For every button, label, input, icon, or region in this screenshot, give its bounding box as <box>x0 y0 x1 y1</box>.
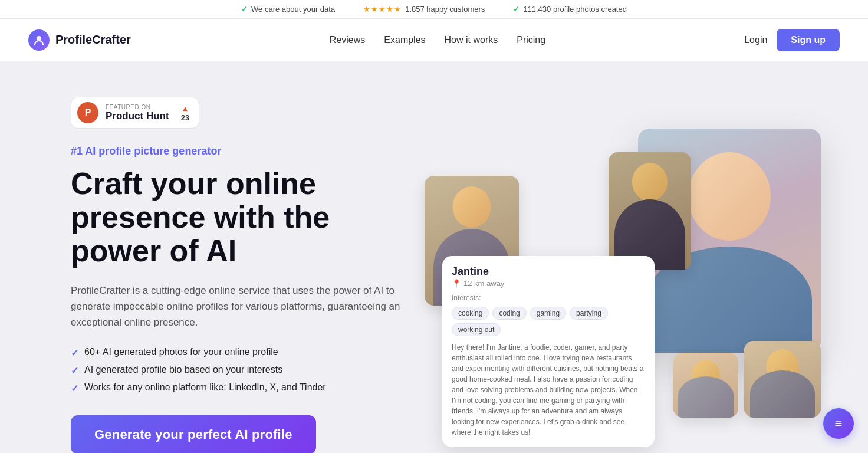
tags-container: cooking coding gaming partying working o… <box>452 307 645 336</box>
logo-text: ProfileCrafter <box>55 33 131 47</box>
tag-coding: coding <box>492 307 526 320</box>
feature-text-2: AI generated profile bio based on your i… <box>84 365 282 375</box>
navbar: ProfileCrafter Reviews Examples How it w… <box>0 19 868 61</box>
nav-actions: Login Sign up <box>744 29 840 51</box>
banner-data-text: We care about your data <box>251 5 335 14</box>
check-icon: ✓ <box>241 5 248 14</box>
ph-name: Product Hunt <box>106 110 169 122</box>
banner-item-customers: ★★★★★ 1.857 happy customers <box>363 5 485 14</box>
small-photo-3 <box>744 341 821 418</box>
ph-arrow-icon: ▲ <box>181 104 189 113</box>
profile-card-header: Jantine 📍 12 km away <box>452 265 645 288</box>
nav-how-it-works[interactable]: How it works <box>445 35 498 45</box>
product-hunt-icon: P <box>77 102 98 123</box>
feature-item-3: ✓ Works for any online platform like: Li… <box>71 382 401 394</box>
profile-name: Jantine <box>452 265 645 278</box>
cta-button[interactable]: Generate your perfect AI profile <box>71 415 316 453</box>
small-photo-4 <box>673 353 738 418</box>
tag-cooking: cooking <box>452 307 489 320</box>
location-pin-icon: 📍 <box>452 279 461 288</box>
interests-label: Interests: <box>452 294 645 302</box>
profile-card: Jantine 📍 12 km away Interests: cooking … <box>442 256 655 447</box>
feature-text-1: 60+ AI generated photos for your online … <box>84 347 278 357</box>
check-icon-feat3: ✓ <box>71 383 78 394</box>
check-icon-feat2: ✓ <box>71 365 78 376</box>
check-icon-2: ✓ <box>513 5 520 14</box>
tag-working-out: working out <box>452 323 501 336</box>
banner-stars: ★★★★★ <box>363 5 402 14</box>
chat-icon: ≡ <box>835 416 843 431</box>
nav-links: Reviews Examples How it works Pricing <box>330 35 545 45</box>
check-icon-feat1: ✓ <box>71 347 78 359</box>
hero-left: P FEATURED ON Product Hunt ▲ 23 #1 AI pr… <box>71 97 401 453</box>
logo[interactable]: ProfileCrafter <box>28 29 131 51</box>
nav-reviews[interactable]: Reviews <box>330 35 365 45</box>
tag-gaming: gaming <box>530 307 566 320</box>
signup-button[interactable]: Sign up <box>777 29 840 51</box>
product-hunt-badge[interactable]: P FEATURED ON Product Hunt ▲ 23 <box>71 97 199 129</box>
hero-title: Craft your online presence with the powe… <box>71 167 401 268</box>
ph-upvote: ▲ 23 <box>181 104 189 122</box>
login-button[interactable]: Login <box>744 35 767 45</box>
feature-text-3: Works for any online platform like: Link… <box>84 382 326 393</box>
hero-subtitle: #1 AI profile picture generator <box>71 145 401 157</box>
banner-customers-text: 1.857 happy customers <box>405 5 485 14</box>
hero-right: Jantine 📍 12 km away Interests: cooking … <box>425 129 821 447</box>
banner-photos-text: 111.430 profile photos created <box>523 5 627 14</box>
tag-partying: partying <box>570 307 608 320</box>
banner-item-data: ✓ We care about your data <box>241 5 335 14</box>
logo-icon <box>28 29 50 51</box>
small-photo-2 <box>609 152 691 270</box>
hero-description: ProfileCrafter is a cutting-edge online … <box>71 283 401 331</box>
profile-bio: Hey there! I'm Jantine, a foodie, coder,… <box>452 342 645 438</box>
product-hunt-text: FEATURED ON Product Hunt <box>106 104 169 122</box>
hero-section: P FEATURED ON Product Hunt ▲ 23 #1 AI pr… <box>0 61 868 453</box>
chat-button[interactable]: ≡ <box>823 408 854 439</box>
nav-examples[interactable]: Examples <box>384 35 425 45</box>
nav-pricing[interactable]: Pricing <box>517 35 545 45</box>
features-list: ✓ 60+ AI generated photos for your onlin… <box>71 347 401 394</box>
ph-count: 23 <box>181 113 189 122</box>
feature-item-2: ✓ AI generated profile bio based on your… <box>71 365 401 376</box>
banner-item-photos: ✓ 111.430 profile photos created <box>513 5 627 14</box>
top-banner: ✓ We care about your data ★★★★★ 1.857 ha… <box>0 0 868 19</box>
location-text: 12 km away <box>463 279 504 288</box>
ph-featured-label: FEATURED ON <box>106 104 169 110</box>
feature-item-1: ✓ 60+ AI generated photos for your onlin… <box>71 347 401 359</box>
svg-point-0 <box>37 36 41 41</box>
profile-location: 📍 12 km away <box>452 279 645 288</box>
